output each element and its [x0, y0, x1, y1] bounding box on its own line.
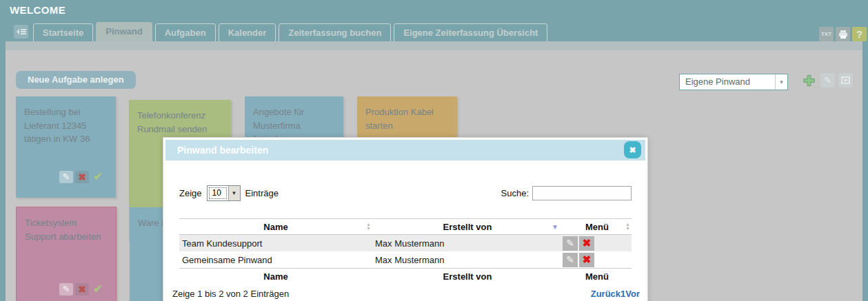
dialog-title: Pinwand bearbeiten: [177, 140, 268, 160]
pinboard-card[interactable]: Ticketsystem Support abarbeiten ✎ ✖ ✔: [16, 207, 117, 301]
entries-count-value: 10: [209, 187, 227, 199]
board-view-button[interactable]: [838, 73, 853, 87]
pencil-icon: ✎: [63, 282, 70, 296]
pencil-icon: ✎: [566, 254, 574, 265]
edit-card-button[interactable]: ✎: [59, 283, 73, 295]
board-select[interactable]: Eigene Pinwand ▼: [679, 74, 788, 90]
footer-menu: Menü: [563, 271, 632, 282]
pinboard-card[interactable]: Bestellung bei Lieferant 12345 tätigen i…: [16, 96, 116, 198]
tab-kalender[interactable]: Kalender: [219, 23, 276, 42]
card-text: Ware n: [138, 218, 166, 228]
edit-board-button[interactable]: ✎: [820, 73, 835, 87]
pencil-icon: ✎: [63, 170, 70, 184]
chevron-down-icon[interactable]: ▼: [228, 186, 240, 200]
complete-card-button[interactable]: ✔: [91, 283, 105, 295]
pencil-icon: ✎: [566, 238, 574, 249]
edit-card-button[interactable]: ✎: [59, 171, 73, 183]
table-info-row: Zeige 1 bis 2 von 2 Einträgen Zurück1Vor: [172, 287, 640, 300]
x-icon: ✖: [78, 282, 86, 297]
show-label: Zeige: [179, 188, 202, 198]
pagination-next[interactable]: Vor: [625, 289, 640, 299]
table-row[interactable]: Team Kundesupport Max Mustermann ✎ ✖: [179, 235, 632, 251]
delete-card-button[interactable]: ✖: [75, 171, 89, 183]
board-select-value: Eigene Pinwand: [680, 74, 775, 90]
dialog-header[interactable]: Pinwand bearbeiten ✖: [165, 140, 645, 160]
collapse-sidebar-button[interactable]: [14, 25, 28, 39]
column-header-name[interactable]: Name ▲▼: [179, 222, 372, 232]
cell-menu: ✎ ✖: [563, 236, 632, 251]
edit-row-button[interactable]: ✎: [563, 236, 578, 251]
card-actions: ✎ ✖ ✔: [59, 283, 105, 295]
card-text: Telefonkonferenz Rundmail senden: [137, 110, 207, 134]
table-row[interactable]: Gemeinsame Pinwand Max Mustermann ✎ ✖: [179, 251, 632, 268]
edit-row-button[interactable]: ✎: [563, 253, 578, 267]
tab-pinwand[interactable]: Pinwand: [96, 22, 152, 42]
collapse-sidebar-icon: [17, 28, 26, 36]
check-icon: ✔: [93, 169, 102, 185]
card-text: Bestellung bei Lieferant 12345 tätigen i…: [24, 107, 90, 144]
txt-export-button[interactable]: TXT: [819, 27, 834, 41]
entries-count-select[interactable]: 10 ▼: [207, 185, 241, 201]
cell-menu: ✎ ✖: [563, 253, 632, 267]
search-label: Suche:: [501, 188, 529, 198]
delete-card-button[interactable]: ✖: [75, 283, 89, 295]
new-task-button[interactable]: Neue Aufgabe anlegen: [16, 71, 136, 89]
printer-icon: [838, 30, 848, 39]
cell-created-by: Max Mustermann: [372, 238, 563, 249]
x-icon: ✖: [78, 170, 86, 185]
delete-row-button[interactable]: ✖: [579, 236, 594, 251]
pagination: Zurück1Vor: [591, 289, 640, 299]
print-button[interactable]: [836, 27, 850, 41]
card-text: Produktion Kabel starten: [365, 107, 434, 131]
card-text: Ticketsystem Support abarbeiten: [25, 218, 101, 242]
pinboard-table: Name ▲▼ Erstellt von ▼ Menü ▲▼ Tea: [179, 218, 632, 284]
app-window: WELCOME Startseite Pinwand Aufgaben Kale…: [0, 0, 868, 301]
footer-name: Name: [179, 271, 372, 282]
close-icon: ✖: [629, 145, 636, 155]
entries-label: Einträge: [245, 188, 279, 198]
x-icon: ✖: [583, 237, 592, 249]
sort-desc-icon[interactable]: ▼: [552, 223, 558, 231]
entries-length-control: Zeige 10 ▼ Einträge: [179, 185, 279, 201]
close-dialog-button[interactable]: ✖: [624, 141, 641, 158]
help-button[interactable]: ?: [852, 27, 867, 41]
page-title: WELCOME: [10, 4, 65, 16]
footer-erstellt-von: Erstellt von: [372, 271, 563, 282]
tab-eigene-zeiterfassung-uebersicht[interactable]: Eigene Zeiterfassung Übersicht: [394, 23, 547, 42]
pagination-prev[interactable]: Zurück: [591, 289, 620, 299]
tab-bar: Startseite Pinwand Aufgaben Kalender Zei…: [33, 23, 547, 42]
sort-icon[interactable]: ▲▼: [625, 222, 630, 231]
table-header-row: Name ▲▼ Erstellt von ▼ Menü ▲▼: [179, 218, 632, 235]
square-icon: [841, 76, 850, 84]
pencil-icon: ✎: [824, 75, 831, 85]
column-header-erstellt-von[interactable]: Erstellt von ▼: [372, 222, 563, 232]
tab-startseite[interactable]: Startseite: [33, 23, 93, 42]
entries-info: Zeige 1 bis 2 von 2 Einträgen: [172, 289, 289, 299]
content-top-band: [6, 41, 862, 50]
search-control: Suche:: [501, 186, 632, 200]
table-footer-row: Name Erstellt von Menü: [179, 268, 632, 284]
tab-zeiterfassung-buchen[interactable]: Zeiterfassung buchen: [279, 23, 391, 42]
tab-aufgaben[interactable]: Aufgaben: [155, 23, 216, 42]
x-icon: ✖: [583, 253, 592, 266]
sort-icon[interactable]: ▲▼: [366, 222, 371, 231]
check-icon: ✔: [93, 281, 102, 298]
table-controls: Zeige 10 ▼ Einträge Suche:: [179, 185, 632, 201]
cell-created-by: Max Mustermann: [372, 255, 563, 265]
card-actions: ✎ ✖ ✔: [59, 171, 105, 183]
column-header-menu[interactable]: Menü ▲▼: [563, 222, 632, 232]
plus-icon: [802, 73, 816, 88]
search-input[interactable]: [532, 186, 632, 200]
edit-pinboard-dialog: Pinwand bearbeiten ✖ Zeige 10 ▼ Einträge…: [163, 138, 647, 301]
chevron-down-icon[interactable]: ▼: [775, 74, 787, 90]
delete-row-button[interactable]: ✖: [579, 253, 594, 267]
complete-card-button[interactable]: ✔: [91, 171, 105, 183]
cell-name: Team Kundesupport: [179, 238, 372, 249]
add-board-button[interactable]: [802, 73, 816, 87]
cell-name: Gemeinsame Pinwand: [179, 255, 372, 265]
